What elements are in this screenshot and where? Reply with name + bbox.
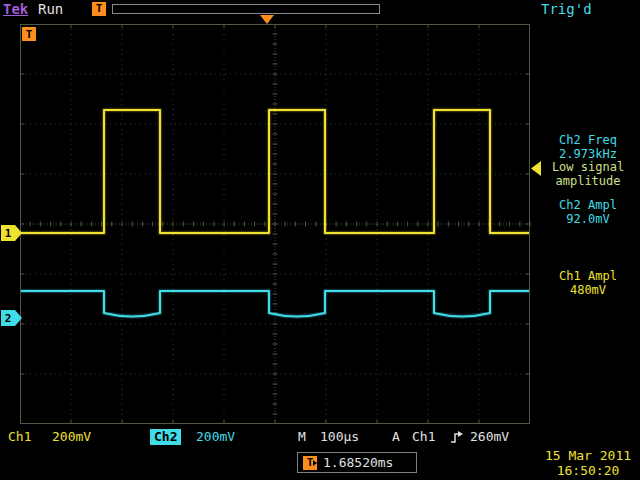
brand-label: Tek — [3, 1, 28, 17]
ch1-ground-marker-label: 1 — [5, 227, 12, 240]
low-signal-warning-line1: Low signal — [536, 161, 640, 175]
ch2-ampl-label: Ch2 Ampl — [536, 199, 640, 213]
ch2-ampl-measurement: Ch2 Ampl 92.0mV — [536, 199, 640, 226]
timebase-label: M — [298, 429, 306, 445]
trigger-time-box: T 1.68520ms — [297, 452, 417, 473]
trigger-icon: T — [92, 2, 106, 16]
ch1-ampl-value: 480mV — [536, 284, 640, 298]
ch1-ampl-label: Ch1 Ampl — [536, 270, 640, 284]
graticule-grid — [20, 24, 530, 424]
horizontal-record-bar — [112, 4, 380, 14]
ch1-scale-readout: 200mV — [52, 429, 91, 445]
ch2-freq-value: 2.973kHz — [536, 148, 640, 162]
ch2-freq-label: Ch2 Freq — [536, 134, 640, 148]
acquisition-status: Run — [38, 1, 63, 17]
datetime-readout: 15 Mar 2011 16:50:20 — [538, 448, 638, 478]
trigger-mode-label: A — [392, 429, 400, 445]
ch2-scale-readout: 200mV — [196, 429, 235, 445]
time-readout: 16:50:20 — [538, 463, 638, 478]
trigger-status: Trig'd — [541, 1, 592, 17]
oscilloscope-screen: T 1 2 Tek Run T Trig'd Ch2 Freq 2.973kHz… — [0, 0, 640, 480]
ch1-ampl-measurement: Ch1 Ampl 480mV — [536, 270, 640, 297]
ch2-freq-measurement: Ch2 Freq 2.973kHz Low signal amplitude — [536, 134, 640, 188]
trigger-time-value: 1.68520ms — [323, 455, 393, 470]
trigger-arrow-icon — [313, 460, 317, 466]
trigger-source: Ch1 — [412, 429, 435, 445]
trigger-position-marker-icon — [260, 15, 274, 24]
scope-display: T 1 2 — [0, 0, 640, 480]
ch2-ampl-value: 92.0mV — [536, 213, 640, 227]
trigger-time-icon: T — [303, 456, 317, 470]
ch1-readout-label: Ch1 — [8, 429, 31, 445]
ch2-ground-marker-label: 2 — [5, 312, 12, 325]
trigger-level-readout: 260mV — [470, 429, 509, 445]
trigger-t-badge-label: T — [26, 28, 33, 41]
rising-slope-icon — [450, 431, 465, 445]
ch2-readout-badge: Ch2 — [150, 429, 181, 445]
date-readout: 15 Mar 2011 — [538, 448, 638, 463]
low-signal-warning-line2: amplitude — [536, 175, 640, 189]
timebase-readout: 100µs — [320, 429, 359, 445]
